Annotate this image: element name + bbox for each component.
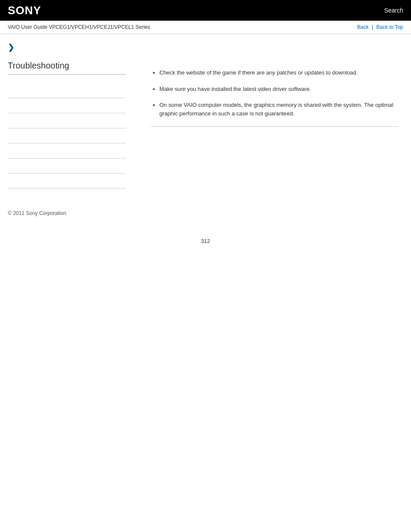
list-item[interactable] [8,174,126,189]
back-to-top-link[interactable]: Back to Top [377,24,403,30]
sidebar-title: Troubleshooting [8,61,126,75]
sidebar-links [8,83,126,189]
nav-bar: VAIO User Guide VPCEG1/VPCEH1/VPCEJ1/VPC… [0,21,411,34]
list-item[interactable] [8,83,126,98]
copyright-text: © 2011 Sony Corporation [8,210,66,216]
content-area: Check the website of the game if there a… [134,34,411,197]
content-bullet-3: On some VAIO computer models, the graphi… [159,101,398,118]
main-content: ❯ Troubleshooting Check the website of t… [0,34,411,197]
list-item[interactable] [8,159,126,174]
sony-logo: SONY [8,4,41,17]
list-item[interactable] [8,98,126,113]
content-divider [151,126,398,127]
content-bullet-2: Make sure you have installed the latest … [159,85,398,93]
nav-links: Back | Back to Top [357,24,403,30]
search-button[interactable]: Search [384,7,403,14]
content-list: Check the website of the game if there a… [151,68,398,118]
list-item[interactable] [8,143,126,159]
sidebar: ❯ Troubleshooting [0,34,134,197]
list-item[interactable] [8,113,126,128]
back-link[interactable]: Back [357,24,369,30]
breadcrumb: VAIO User Guide VPCEG1/VPCEH1/VPCEJ1/VPC… [8,24,150,30]
footer-copyright: © 2011 Sony Corporation [0,197,411,221]
nav-separator: | [372,24,373,30]
list-item[interactable] [8,128,126,143]
content-bullet-1: Check the website of the game if there a… [159,68,398,77]
page-header: SONY Search [0,0,411,21]
page-number: 312 [0,221,411,253]
sidebar-arrow-icon[interactable]: ❯ [8,43,126,52]
